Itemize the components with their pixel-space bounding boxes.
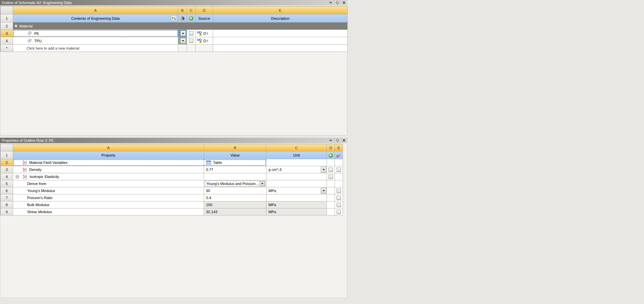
- chevron-down-icon[interactable]: [329, 140, 332, 141]
- property-name-cell[interactable]: Poisson's Ratio: [13, 194, 204, 201]
- checkbox[interactable]: [337, 168, 341, 172]
- material-group-row[interactable]: Material: [13, 22, 348, 30]
- row-number-cell[interactable]: 3: [1, 30, 13, 37]
- column-letter: D: [196, 6, 213, 14]
- pin-icon[interactable]: [336, 139, 339, 142]
- value-cell[interactable]: [204, 173, 266, 180]
- checkbox[interactable]: [337, 189, 341, 193]
- checkbox[interactable]: [337, 210, 341, 214]
- property-name-cell[interactable]: Young's Modulus: [13, 187, 204, 194]
- dropdown-button[interactable]: [180, 38, 186, 44]
- unit-cell[interactable]: [266, 194, 327, 201]
- material-source-cell[interactable]: D:\: [196, 37, 213, 45]
- checkbox[interactable]: [329, 175, 333, 179]
- material-color-cell[interactable]: [178, 30, 187, 37]
- property-name-cell[interactable]: Material Field Variables: [13, 159, 204, 166]
- material-name-cell[interactable]: PE: [13, 30, 178, 37]
- row-number-cell[interactable]: 4: [1, 173, 13, 180]
- material-description-cell[interactable]: [213, 30, 348, 37]
- suppress-cell[interactable]: [327, 208, 335, 216]
- value-cell[interactable]: Table: [204, 159, 266, 166]
- row-number-cell[interactable]: 4: [1, 37, 13, 45]
- dropdown-button[interactable]: [321, 188, 326, 194]
- parameter-column-header: p: [335, 151, 343, 159]
- pin-icon[interactable]: [336, 1, 339, 5]
- material-suppress-cell[interactable]: [187, 30, 196, 37]
- unit-cell[interactable]: g cm^-3: [266, 166, 327, 173]
- add-material-cell[interactable]: Click here to add a new material: [13, 45, 178, 52]
- checkbox[interactable]: [189, 31, 193, 36]
- parameter-cell[interactable]: [335, 159, 343, 166]
- row-number-cell[interactable]: 1: [1, 14, 13, 22]
- suppress-cell[interactable]: [327, 159, 335, 166]
- material-name-cell[interactable]: TPU: [13, 37, 178, 45]
- property-name-cell[interactable]: Derive from: [13, 180, 204, 187]
- collapse-minus-icon[interactable]: [14, 24, 17, 27]
- collapse-minus-icon[interactable]: [16, 175, 19, 178]
- row-number-cell[interactable]: 3: [1, 166, 13, 173]
- material-source-cell[interactable]: D:\: [196, 30, 213, 37]
- row-number-cell[interactable]: 9: [1, 208, 13, 216]
- value-cell[interactable]: 90: [204, 187, 266, 194]
- parameter-cell[interactable]: [335, 201, 343, 208]
- unit-cell[interactable]: MPa: [266, 187, 327, 194]
- dropdown-button[interactable]: [259, 181, 265, 186]
- value-cell[interactable]: 150: [204, 201, 266, 208]
- row-number-cell[interactable]: 7: [1, 194, 13, 201]
- column-letter: C: [187, 6, 196, 14]
- value-cell[interactable]: 0.77: [204, 166, 266, 173]
- property-label: Young's Modulus: [27, 189, 55, 193]
- unit-cell[interactable]: MPa: [266, 208, 327, 216]
- checkbox[interactable]: [329, 168, 333, 172]
- material-color-cell[interactable]: [178, 37, 187, 45]
- value-cell[interactable]: 0.4: [204, 194, 266, 201]
- unit-cell[interactable]: [266, 159, 327, 166]
- row-number-cell[interactable]: 1: [1, 151, 13, 159]
- panel-window-controls: [329, 138, 345, 143]
- parameter-cell[interactable]: [335, 187, 343, 194]
- parameter-cell[interactable]: [335, 180, 343, 187]
- dropdown-button[interactable]: [321, 167, 326, 173]
- suppress-cell[interactable]: [327, 173, 335, 180]
- parameter-cell[interactable]: [335, 208, 343, 216]
- checkbox[interactable]: [189, 39, 193, 43]
- source-link-warning-icon: [197, 39, 202, 43]
- property-name-cell[interactable]: Bulk Modulus: [13, 201, 204, 208]
- property-name-cell[interactable]: Shear Modulus: [13, 208, 204, 216]
- suppress-cell[interactable]: [327, 194, 335, 201]
- value-combobox[interactable]: Young's Modulus and Poisson...: [205, 181, 265, 187]
- panel-content: ABCDE1PropertyValueUnitp2Material Field …: [0, 143, 347, 298]
- close-icon[interactable]: [343, 139, 345, 142]
- material-suppress-cell[interactable]: [187, 37, 196, 45]
- property-name-cell[interactable]: Isotropic Elasticity: [13, 173, 204, 180]
- unit-text: MPa: [268, 203, 276, 207]
- unit-cell[interactable]: [266, 173, 327, 180]
- property-name-cell[interactable]: Density: [13, 166, 204, 173]
- suppress-cell[interactable]: [327, 166, 335, 173]
- close-icon[interactable]: [343, 1, 345, 4]
- value-cell[interactable]: Young's Modulus and Poisson...: [204, 180, 266, 187]
- unit-cell[interactable]: MPa: [266, 201, 327, 208]
- parameter-cell[interactable]: [335, 173, 343, 180]
- dropdown-button[interactable]: [180, 31, 186, 36]
- value-cell[interactable]: 32.143: [204, 208, 266, 216]
- sort-filter-button[interactable]: [171, 15, 177, 21]
- unit-text: MPa: [268, 189, 276, 193]
- row-number-cell[interactable]: 5: [1, 180, 13, 187]
- material-description-cell[interactable]: [213, 37, 348, 45]
- chevron-down-icon[interactable]: [329, 2, 332, 4]
- row-number-cell[interactable]: 6: [1, 187, 13, 194]
- suppress-cell[interactable]: [327, 187, 335, 194]
- parameter-cell[interactable]: [335, 166, 343, 173]
- suppress-cell[interactable]: [327, 201, 335, 208]
- properties-table: ABCDE1PropertyValueUnitp2Material Field …: [0, 144, 343, 216]
- checkbox[interactable]: [337, 196, 341, 200]
- unit-cell[interactable]: [266, 180, 327, 187]
- row-number-cell[interactable]: 8: [1, 201, 13, 208]
- suppress-cell[interactable]: [327, 180, 335, 187]
- parameter-cell[interactable]: [335, 194, 343, 201]
- row-number-cell[interactable]: 2: [1, 159, 13, 166]
- row-number-cell[interactable]: *: [1, 45, 13, 52]
- checkbox[interactable]: [337, 203, 341, 207]
- row-number-cell[interactable]: 2: [1, 22, 13, 30]
